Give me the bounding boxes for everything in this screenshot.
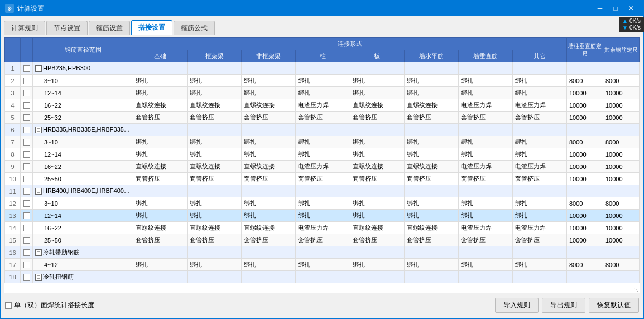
cell-remain — [603, 246, 640, 259]
table-row[interactable]: 525~32套管挤压套管挤压套管挤压套管挤压套管挤压套管挤压套管挤压套管挤压10… — [5, 112, 640, 124]
table-row[interactable]: 16□冷轧带肋钢筋 — [5, 246, 640, 259]
cell-other: 绑扎 — [512, 75, 566, 87]
cell-wallh: 套管挤压 — [404, 234, 458, 246]
cell-rownum: 6 — [5, 124, 21, 136]
cell-nonframe — [242, 185, 296, 197]
cell-name: 25~50 — [33, 173, 133, 185]
single-double-weld-checkbox[interactable] — [5, 302, 12, 309]
cell-base — [133, 124, 188, 136]
tab-calc-rules[interactable]: 计算规则 — [4, 21, 45, 35]
table-row[interactable]: 6□HRB335,HRB335E,HRBF335,HRBF335E — [5, 124, 640, 136]
cell-checkbox[interactable] — [21, 234, 33, 246]
cell-base: 直螺纹连接 — [133, 99, 188, 112]
cell-checkbox[interactable] — [21, 99, 33, 112]
table-row[interactable]: 123~10绑扎绑扎绑扎绑扎绑扎绑扎绑扎绑扎80008000 — [5, 197, 640, 210]
table-row[interactable]: 18□冷轧扭钢筋 — [5, 271, 640, 283]
expand-button[interactable]: □ — [35, 127, 42, 133]
cell-checkbox[interactable] — [21, 62, 33, 75]
cell-checkbox[interactable] — [21, 87, 33, 99]
cell-checkbox[interactable] — [21, 197, 33, 210]
cell-nonframe: 直螺纹连接 — [242, 222, 296, 234]
cell-rownum: 10 — [5, 173, 21, 185]
cell-slab: 绑扎 — [350, 148, 404, 161]
cell-wallvfix: 10000 — [567, 148, 603, 161]
cell-name: □HPB235,HPB300 — [33, 62, 133, 75]
cell-checkbox[interactable] — [21, 222, 33, 234]
table-row[interactable]: 916~22直螺纹连接直螺纹连接直螺纹连接电渣压力焊直螺纹连接直螺纹连接电渣压力… — [5, 161, 640, 173]
close-button[interactable]: ✕ — [623, 1, 639, 16]
cell-checkbox[interactable] — [21, 271, 33, 283]
cell-base — [133, 185, 188, 197]
cell-name: 16~22 — [33, 222, 133, 234]
cell-wallv: 套管挤压 — [458, 173, 512, 185]
cell-checkbox[interactable] — [21, 124, 33, 136]
cell-checkbox[interactable] — [21, 75, 33, 87]
tab-lap-settings[interactable]: 搭接设置 — [131, 20, 172, 35]
cell-frame: 绑扎 — [188, 210, 242, 222]
cell-other — [512, 124, 566, 136]
cell-frame — [188, 124, 242, 136]
cell-other: 绑扎 — [512, 136, 566, 148]
cell-wallvfix — [567, 124, 603, 136]
maximize-button[interactable]: □ — [608, 1, 623, 16]
cell-wallvfix — [567, 246, 603, 259]
th-other: 其它 — [512, 50, 566, 62]
export-rules-button[interactable]: 导出规则 — [542, 298, 585, 313]
reset-defaults-button[interactable]: 恢复默认值 — [589, 298, 639, 313]
table-row[interactable]: 73~10绑扎绑扎绑扎绑扎绑扎绑扎绑扎绑扎80008000 — [5, 136, 640, 148]
cell-wallvfix: 10000 — [567, 87, 603, 99]
cell-col: 电渣压力焊 — [296, 99, 350, 112]
table-row[interactable]: 1416~22直螺纹连接直螺纹连接直螺纹连接电渣压力焊直螺纹连接直螺纹连接电渣压… — [5, 222, 640, 234]
cell-checkbox[interactable] — [21, 148, 33, 161]
expand-button[interactable]: □ — [35, 249, 42, 256]
table-row[interactable]: 1525~50套管挤压套管挤压套管挤压套管挤压套管挤压套管挤压套管挤压套管挤压1… — [5, 234, 640, 246]
cell-nonframe — [242, 271, 296, 283]
cell-checkbox[interactable] — [21, 112, 33, 124]
th-wallvfix: 墙柱垂直筋定尺 — [567, 38, 603, 62]
th-connection-group: 连接形式 — [133, 38, 567, 50]
cell-wallv — [458, 62, 512, 75]
expand-button[interactable]: □ — [35, 274, 42, 281]
cell-nonframe: 绑扎 — [242, 87, 296, 99]
cell-base: 直螺纹连接 — [133, 222, 188, 234]
cell-rownum: 1 — [5, 62, 21, 75]
cell-wallh: 套管挤压 — [404, 173, 458, 185]
import-rules-button[interactable]: 导入规则 — [495, 298, 539, 313]
table-scroll-area[interactable]: 钢筋直径范围 连接形式 墙柱垂直筋定尺 其余钢筋定尺 基础 框架梁 非框架梁 柱… — [4, 37, 640, 293]
cell-checkbox[interactable] — [21, 173, 33, 185]
cell-wallv: 套管挤压 — [458, 112, 512, 124]
table-row[interactable]: 1312~14绑扎绑扎绑扎绑扎绑扎绑扎绑扎绑扎1000010000 — [5, 210, 640, 222]
cell-wallh: 绑扎 — [404, 75, 458, 87]
cell-wallvfix: 8000 — [567, 136, 603, 148]
cell-other — [512, 185, 566, 197]
table-row[interactable]: 1025~50套管挤压套管挤压套管挤压套管挤压套管挤压套管挤压套管挤压套管挤压1… — [5, 173, 640, 185]
expand-button[interactable]: □ — [35, 65, 42, 72]
table-row[interactable]: 11□HRB400,HRB400E,HRBF400,HRBF400E,RR... — [5, 185, 640, 197]
title-bar: ⚙ 计算设置 ─ □ ✕ — [1, 1, 643, 16]
table-row[interactable]: 416~22直螺纹连接直螺纹连接直螺纹连接电渣压力焊直螺纹连接直螺纹连接电渣压力… — [5, 99, 640, 112]
cell-checkbox[interactable] — [21, 161, 33, 173]
table-row[interactable]: 1□HPB235,HPB300 — [5, 62, 640, 75]
cell-wallvfix: 8000 — [567, 259, 603, 271]
tab-stirrup-formula[interactable]: 箍筋公式 — [174, 21, 215, 35]
cell-checkbox[interactable] — [21, 210, 33, 222]
resize-handle[interactable]: ⋱ — [633, 286, 640, 293]
cell-checkbox[interactable] — [21, 185, 33, 197]
cell-wallh: 直螺纹连接 — [404, 222, 458, 234]
cell-nonframe — [242, 246, 296, 259]
table-row[interactable]: 312~14绑扎绑扎绑扎绑扎绑扎绑扎绑扎绑扎1000010000 — [5, 87, 640, 99]
cell-nonframe: 绑扎 — [242, 136, 296, 148]
cell-checkbox[interactable] — [21, 259, 33, 271]
minimize-button[interactable]: ─ — [592, 1, 608, 16]
cell-checkbox[interactable] — [21, 136, 33, 148]
expand-button[interactable]: □ — [35, 188, 42, 195]
cell-nonframe: 绑扎 — [242, 75, 296, 87]
cell-col — [296, 62, 350, 75]
cell-checkbox[interactable] — [21, 246, 33, 259]
table-row[interactable]: 23~10绑扎绑扎绑扎绑扎绑扎绑扎绑扎绑扎80008000 — [5, 75, 640, 87]
single-double-weld-checkbox-label[interactable]: 单（双）面焊统计搭接长度 — [5, 301, 94, 310]
tab-stirrup-settings[interactable]: 箍筋设置 — [89, 21, 130, 35]
tab-node-settings[interactable]: 节点设置 — [46, 21, 88, 35]
table-row[interactable]: 174~12绑扎绑扎绑扎绑扎绑扎绑扎绑扎绑扎80008000 — [5, 259, 640, 271]
table-row[interactable]: 812~14绑扎绑扎绑扎绑扎绑扎绑扎绑扎绑扎1000010000 — [5, 148, 640, 161]
